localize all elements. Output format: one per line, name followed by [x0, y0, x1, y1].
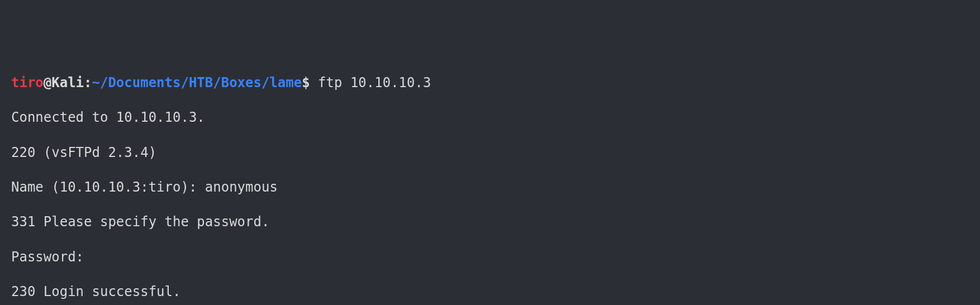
output-line: Connected to 10.10.10.3. — [11, 109, 969, 126]
output-line: 220 (vsFTPd 2.3.4) — [11, 144, 969, 161]
prompt-dollar: $ — [302, 75, 318, 90]
prompt-colon: : — [84, 75, 92, 90]
prompt-host: Kali — [51, 75, 84, 90]
output-line: Name (10.10.10.3:tiro): anonymous — [11, 179, 969, 196]
prompt-line: tiro@Kali:~/Documents/HTB/Boxes/lame$ ft… — [11, 74, 969, 92]
command-text: ftp 10.10.10.3 — [318, 75, 431, 90]
output-line: 230 Login successful. — [11, 283, 969, 301]
output-line: 331 Please specify the password. — [11, 213, 969, 231]
prompt-at: @ — [44, 75, 51, 90]
output-line: Password: — [11, 249, 969, 266]
prompt-user: tiro — [11, 75, 44, 90]
prompt-path: ~/Documents/HTB/Boxes/lame — [92, 75, 302, 90]
terminal-output[interactable]: tiro@Kali:~/Documents/HTB/Boxes/lame$ ft… — [11, 74, 969, 305]
